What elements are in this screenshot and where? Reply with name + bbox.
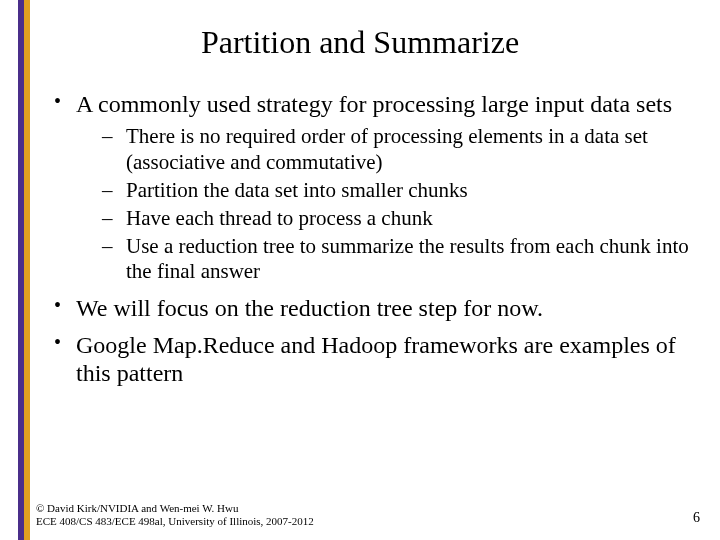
- sub-bullet-list: There is no required order of processing…: [76, 124, 690, 284]
- footer-credit: © David Kirk/NVIDIA and Wen-mei W. Hwu E…: [36, 502, 314, 528]
- page-number: 6: [693, 510, 700, 526]
- bullet-item: We will focus on the reduction tree step…: [50, 294, 690, 322]
- footer-line2: ECE 408/CS 483/ECE 498al, University of …: [36, 515, 314, 528]
- bullet-item: Google Map.Reduce and Hadoop frameworks …: [50, 331, 690, 388]
- accent-stripe-gold: [24, 0, 30, 540]
- bullet-list: A commonly used strategy for processing …: [50, 90, 690, 387]
- sub-bullet-text: Have each thread to process a chunk: [126, 206, 433, 230]
- sub-bullet-text: There is no required order of processing…: [126, 124, 648, 173]
- sub-bullet-item: Have each thread to process a chunk: [76, 206, 690, 231]
- bullet-text: A commonly used strategy for processing …: [76, 91, 672, 117]
- slide-body: A commonly used strategy for processing …: [50, 90, 690, 395]
- footer-line1: © David Kirk/NVIDIA and Wen-mei W. Hwu: [36, 502, 314, 515]
- sub-bullet-item: There is no required order of processing…: [76, 124, 690, 174]
- sub-bullet-item: Partition the data set into smaller chun…: [76, 178, 690, 203]
- bullet-item: A commonly used strategy for processing …: [50, 90, 690, 284]
- slide: Partition and Summarize A commonly used …: [0, 0, 720, 540]
- sub-bullet-text: Partition the data set into smaller chun…: [126, 178, 468, 202]
- sub-bullet-item: Use a reduction tree to summarize the re…: [76, 234, 690, 284]
- bullet-text: Google Map.Reduce and Hadoop frameworks …: [76, 332, 676, 386]
- slide-title: Partition and Summarize: [0, 24, 720, 61]
- bullet-text: We will focus on the reduction tree step…: [76, 295, 543, 321]
- sub-bullet-text: Use a reduction tree to summarize the re…: [126, 234, 689, 283]
